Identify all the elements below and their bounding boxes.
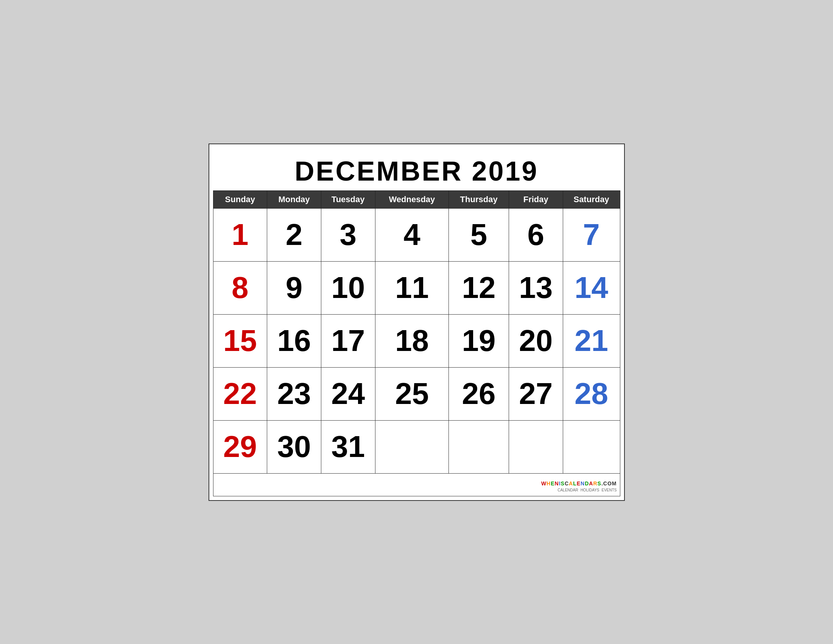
day-cell (375, 420, 449, 473)
day-cell: 14 (563, 261, 620, 314)
day-cell: 22 (213, 367, 267, 420)
day-cell: 8 (213, 261, 267, 314)
day-cell: 16 (267, 314, 321, 367)
calendar-container: DECEMBER 2019 Sunday Monday Tuesday Wedn… (209, 143, 625, 501)
day-cell: 25 (375, 367, 449, 420)
watermark: WHENISCALENDARS.COM CALENDAR HOLIDAYS EV… (541, 480, 617, 493)
day-cell: 24 (321, 367, 375, 420)
day-cell: 4 (375, 208, 449, 261)
day-cell: 1 (213, 208, 267, 261)
day-cell: 31 (321, 420, 375, 473)
day-cell: 3 (321, 208, 375, 261)
calendar-grid: Sunday Monday Tuesday Wednesday Thursday… (213, 190, 620, 473)
header-tuesday: Tuesday (321, 190, 375, 208)
header-wednesday: Wednesday (375, 190, 449, 208)
header-sunday: Sunday (213, 190, 267, 208)
day-cell (449, 420, 509, 473)
day-cell: 26 (449, 367, 509, 420)
day-cell (563, 420, 620, 473)
day-cell: 29 (213, 420, 267, 473)
week-row-4: 22232425262728 (213, 367, 620, 420)
day-cell: 30 (267, 420, 321, 473)
week-row-2: 891011121314 (213, 261, 620, 314)
day-cell: 23 (267, 367, 321, 420)
calendar-title: DECEMBER 2019 (213, 148, 620, 190)
day-cell: 12 (449, 261, 509, 314)
header-friday: Friday (509, 190, 563, 208)
day-cell: 9 (267, 261, 321, 314)
day-cell: 15 (213, 314, 267, 367)
day-cell: 11 (375, 261, 449, 314)
day-cell: 17 (321, 314, 375, 367)
watermark-url-letter: W (541, 480, 547, 486)
day-cell: 2 (267, 208, 321, 261)
day-cell: 20 (509, 314, 563, 367)
day-cell: 10 (321, 261, 375, 314)
day-cell: 19 (449, 314, 509, 367)
day-cell: 18 (375, 314, 449, 367)
watermark-sub: CALENDAR HOLIDAYS EVENTS (541, 488, 617, 493)
day-cell: 5 (449, 208, 509, 261)
day-cell: 28 (563, 367, 620, 420)
day-cell: 21 (563, 314, 620, 367)
week-row-1: 1234567 (213, 208, 620, 261)
week-row-5: 293031 (213, 420, 620, 473)
header-thursday: Thursday (449, 190, 509, 208)
day-cell: 27 (509, 367, 563, 420)
day-cell: 13 (509, 261, 563, 314)
day-cell: 7 (563, 208, 620, 261)
week-row-3: 15161718192021 (213, 314, 620, 367)
days-header-row: Sunday Monday Tuesday Wednesday Thursday… (213, 190, 620, 208)
day-cell: 6 (509, 208, 563, 261)
header-saturday: Saturday (563, 190, 620, 208)
header-monday: Monday (267, 190, 321, 208)
day-cell (509, 420, 563, 473)
